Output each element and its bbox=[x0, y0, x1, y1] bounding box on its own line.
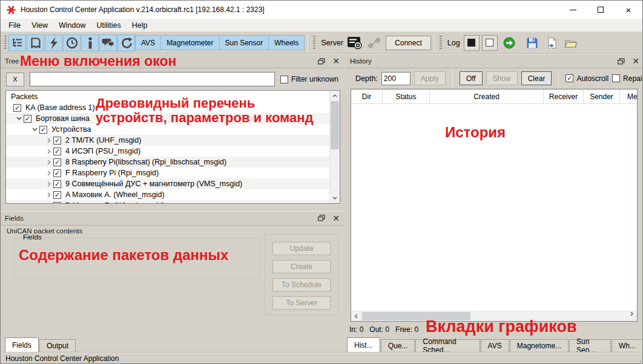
tree-row[interactable]: ✓ 9 Совмещённый ДУС + магнитометр (VMS_m… bbox=[6, 178, 329, 189]
apply-button[interactable]: Apply bbox=[414, 71, 446, 85]
log-save-as-button[interactable] bbox=[544, 35, 559, 51]
chevron-right-icon[interactable] bbox=[44, 203, 53, 204]
show-button[interactable]: Show bbox=[486, 71, 518, 85]
magnetometer-button[interactable]: Magnetometer bbox=[160, 35, 219, 50]
info-window-toggle-button[interactable] bbox=[81, 34, 99, 51]
tab-queue[interactable]: Que... bbox=[381, 339, 415, 352]
tree-row[interactable]: ✓ KA (Base address 1) bbox=[6, 102, 329, 113]
menu-help[interactable]: Help bbox=[127, 20, 153, 31]
scroll-down-icon[interactable] bbox=[330, 193, 340, 203]
off-button[interactable]: Off bbox=[460, 71, 483, 85]
depth-input[interactable] bbox=[381, 72, 411, 85]
column-header-receiver[interactable]: Receiver bbox=[544, 89, 584, 103]
power-window-toggle-button[interactable] bbox=[45, 34, 62, 51]
log-blank-button[interactable] bbox=[482, 35, 498, 51]
chevron-right-icon[interactable] bbox=[44, 181, 53, 187]
float-panel-button[interactable] bbox=[318, 58, 325, 65]
tree-checkbox[interactable]: ✓ bbox=[53, 191, 61, 199]
tree-row[interactable]: ✓ B Маховик B. (Wheel_msgid) bbox=[6, 200, 329, 204]
minimize-button[interactable] bbox=[559, 1, 587, 19]
chevron-right-icon[interactable] bbox=[44, 192, 53, 198]
log-start-button[interactable] bbox=[501, 35, 517, 51]
tree-checkbox[interactable]: ✓ bbox=[24, 115, 31, 123]
autoscroll-checkbox[interactable]: ✓ bbox=[566, 74, 573, 82]
tree-checkbox[interactable]: ✓ bbox=[39, 126, 47, 134]
tab-output[interactable]: Output bbox=[39, 339, 76, 352]
tab-command-schedule[interactable]: Command Sched... bbox=[415, 339, 480, 352]
to-server-button[interactable]: To Server bbox=[272, 296, 331, 310]
tree-filter-input[interactable] bbox=[30, 72, 275, 86]
scrollbar-thumb[interactable] bbox=[362, 312, 470, 320]
chevron-right-icon[interactable] bbox=[44, 160, 53, 165]
history-horizontal-scrollbar[interactable] bbox=[351, 311, 637, 321]
log-save-button[interactable] bbox=[524, 35, 540, 51]
tab-avs[interactable]: AVS bbox=[481, 339, 509, 352]
schedule-window-toggle-button[interactable] bbox=[63, 34, 81, 51]
toolbar-grip[interactable] bbox=[440, 36, 442, 50]
tree-checkbox[interactable]: ✓ bbox=[53, 180, 61, 188]
clear-filter-button[interactable]: X bbox=[6, 73, 24, 86]
float-panel-button[interactable] bbox=[318, 215, 325, 221]
menu-window[interactable]: Window bbox=[53, 20, 91, 31]
chevron-right-icon[interactable] bbox=[44, 171, 53, 176]
tree-row[interactable]: ✓ Бортовая шина bbox=[6, 113, 329, 124]
avs-button[interactable]: AVS bbox=[135, 35, 161, 50]
tree-row[interactable]: ✓ A Маховик A. (Wheel_msgid) bbox=[6, 189, 329, 200]
close-panel-button[interactable]: ✕ bbox=[332, 57, 340, 65]
tree-row[interactable]: ✓ 8 Raspberry Pi(libschsat) (Rpi_libschs… bbox=[6, 157, 329, 167]
close-panel-button[interactable]: ✕ bbox=[332, 214, 340, 223]
log-stop-button[interactable] bbox=[464, 35, 480, 51]
sync-window-toggle-button[interactable] bbox=[117, 34, 135, 51]
log-open-folder-button[interactable] bbox=[563, 35, 579, 51]
tab-history[interactable]: Hist... bbox=[347, 337, 380, 352]
tree-root-row[interactable]: Packets bbox=[6, 91, 329, 102]
chevron-right-icon[interactable] bbox=[44, 149, 53, 154]
menu-view[interactable]: View bbox=[26, 20, 53, 31]
scroll-up-icon[interactable] bbox=[330, 91, 340, 101]
tab-fields[interactable]: Fields bbox=[5, 337, 39, 352]
menu-utilities[interactable]: Utilities bbox=[91, 20, 127, 31]
column-header-status[interactable]: Status bbox=[383, 89, 430, 103]
update-button[interactable]: Update bbox=[272, 242, 331, 255]
tree-row[interactable]: ✓ 4 ИСЭП (PSU_msgid) bbox=[6, 146, 329, 157]
wheels-button[interactable]: Wheels bbox=[268, 35, 305, 50]
tree-vertical-scrollbar[interactable] bbox=[329, 91, 340, 203]
scroll-right-icon[interactable] bbox=[627, 311, 637, 316]
clear-button[interactable]: Clear bbox=[521, 71, 552, 85]
tree-checkbox[interactable]: ✓ bbox=[53, 137, 61, 145]
maximize-button[interactable] bbox=[587, 1, 615, 19]
messages-window-toggle-button[interactable] bbox=[99, 34, 117, 51]
tab-magnetometer[interactable]: Magnetome... bbox=[510, 339, 569, 352]
column-header-created[interactable]: Created bbox=[430, 89, 544, 103]
chevron-right-icon[interactable] bbox=[44, 138, 53, 143]
tree-checkbox[interactable]: ✓ bbox=[53, 202, 61, 204]
column-header-sender[interactable]: Sender bbox=[584, 89, 620, 103]
tree-checkbox[interactable]: ✓ bbox=[53, 158, 61, 166]
sun-sensor-button[interactable]: Sun Sensor bbox=[219, 35, 269, 50]
menu-file[interactable]: File bbox=[3, 20, 26, 31]
tree-row[interactable]: ✓ F Raspberry Pi (Rpi_msgid) bbox=[6, 167, 329, 178]
tab-wheels[interactable]: Wh... bbox=[612, 339, 643, 352]
repaint-visible-checkbox[interactable] bbox=[612, 74, 620, 82]
close-panel-button[interactable]: ✕ bbox=[632, 57, 639, 65]
connect-button[interactable]: Connect bbox=[386, 36, 431, 50]
panel-splitter[interactable] bbox=[1, 204, 344, 211]
chevron-down-icon[interactable] bbox=[15, 117, 24, 120]
column-header-dir[interactable]: Dir bbox=[351, 89, 383, 103]
scroll-left-icon[interactable] bbox=[351, 311, 361, 321]
tree-row[interactable]: ✓ Устройства bbox=[6, 124, 329, 135]
resize-grip[interactable] bbox=[640, 361, 641, 362]
toolbar-grip[interactable] bbox=[4, 36, 7, 50]
create-button[interactable]: Create bbox=[272, 260, 331, 273]
tree-row[interactable]: ✓ 2 TM/TK (UHF_msgid) bbox=[6, 135, 329, 146]
tree-checkbox[interactable]: ✓ bbox=[13, 104, 21, 112]
column-header-message[interactable]: Messa bbox=[620, 89, 637, 103]
toolbar-grip[interactable] bbox=[313, 36, 315, 50]
filter-unknown-checkbox[interactable] bbox=[280, 76, 288, 83]
close-button[interactable]: × bbox=[615, 1, 642, 19]
chevron-down-icon[interactable] bbox=[30, 128, 39, 131]
tree-checkbox[interactable]: ✓ bbox=[53, 148, 61, 155]
float-panel-button[interactable] bbox=[618, 58, 625, 65]
tree-window-toggle-button[interactable] bbox=[8, 34, 26, 51]
tree-checkbox[interactable]: ✓ bbox=[53, 169, 61, 177]
